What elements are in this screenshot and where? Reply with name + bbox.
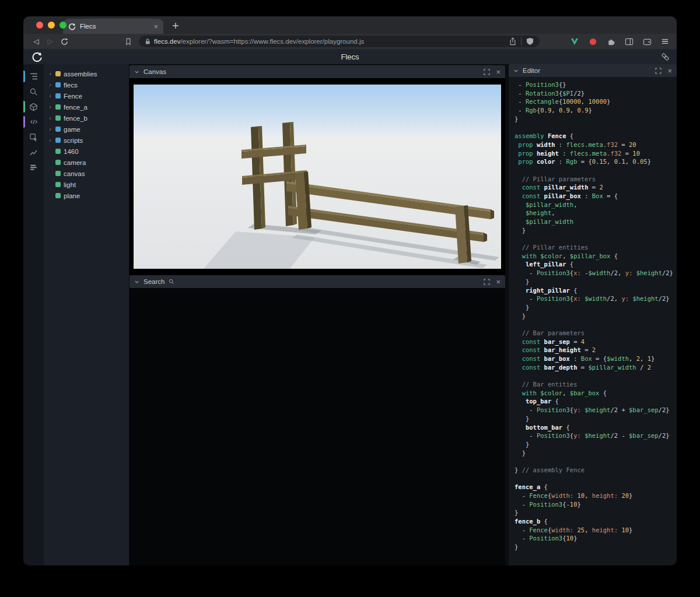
expand-chevron-icon[interactable]: › (48, 82, 52, 88)
menu-button[interactable] (659, 36, 671, 47)
search-panel-header[interactable]: Search × (130, 275, 505, 288)
expand-chevron-icon[interactable]: › (48, 93, 52, 99)
tree-item[interactable]: ›Fence (44, 90, 129, 101)
code-line: const bar_depth = $pillar_width / 2 (514, 363, 677, 372)
entity-label: canvas (64, 170, 85, 177)
tab-title: Flecs (80, 23, 149, 30)
expand-chevron-icon[interactable]: › (48, 104, 52, 110)
tree-item[interactable]: ›scripts (44, 135, 129, 146)
tab-close-icon[interactable]: × (153, 23, 158, 30)
entity-kind-square (55, 149, 61, 154)
code-line: $height, (514, 209, 677, 217)
record-extension-button[interactable] (587, 36, 598, 47)
url-domain: flecs.dev (154, 38, 180, 45)
code-line: prop height : flecs.meta.f32 = 10 (514, 149, 677, 158)
active-panel-indicator (23, 116, 25, 128)
entity-kind-square (55, 160, 61, 165)
wallet-icon (643, 38, 652, 45)
share-icon[interactable] (509, 37, 516, 45)
tree-item[interactable]: ›assemblies (44, 68, 129, 79)
entity-label: Fence (64, 93, 82, 100)
expand-chevron-icon[interactable]: › (48, 137, 52, 143)
editor-panel-header[interactable]: Editor × (509, 64, 677, 77)
browser-tab[interactable]: Flecs × (63, 19, 163, 34)
extension-row (569, 36, 671, 47)
active-panel-indicator (23, 71, 25, 82)
code-line: } (514, 312, 677, 321)
expand-chevron-icon[interactable]: › (48, 115, 52, 121)
chevron-down-icon (134, 69, 139, 75)
inspect-panel-button[interactable] (23, 129, 44, 145)
editor-panel-title: Editor (523, 67, 540, 74)
code-line: } (514, 415, 677, 423)
wallet-button[interactable] (641, 36, 653, 47)
search-panel-button[interactable] (23, 84, 44, 99)
canvas-panel-header[interactable]: Canvas × (130, 65, 505, 78)
tree-item[interactable]: ›fence_b (44, 113, 129, 124)
tree-item[interactable]: ›fence_a (44, 101, 129, 113)
canvas-3d-scene[interactable] (134, 85, 501, 269)
fullscreen-icon[interactable] (484, 69, 490, 75)
search-results-area[interactable] (130, 288, 505, 566)
editor-code[interactable]: - Position3{} - Rotation3{$PI/2} - Recta… (509, 77, 677, 566)
share-link-button[interactable] (661, 52, 670, 61)
sidebar-button[interactable] (623, 36, 635, 47)
vue-extension-button[interactable] (569, 36, 580, 47)
code-line (514, 234, 677, 243)
code-line: - Fence{width: 10, height: 20} (514, 491, 677, 500)
bookmark-button[interactable] (121, 35, 135, 48)
entity-tree-panel-button[interactable] (23, 69, 44, 84)
code-line: const pillar_box : Box = { (514, 192, 677, 201)
zoom-window-button[interactable] (60, 22, 66, 29)
tree-item[interactable]: ›flecs (44, 79, 129, 90)
code-line: prop color : Rgb = {0.15, 0.1, 0.05} (514, 157, 677, 166)
address-bar[interactable]: flecs.dev/explorer/?wasm=https://www.fle… (139, 36, 540, 47)
canvas-panel-button[interactable] (23, 99, 44, 114)
entity-kind-square (55, 171, 61, 176)
tree-item[interactable]: camera (44, 157, 129, 168)
app-body: ›assemblies›flecs›Fence›fence_a›fence_b›… (23, 64, 677, 566)
tree-item[interactable]: 1460 (44, 146, 129, 157)
code-line (514, 166, 677, 175)
browser-toolbar: ◁ ▷ flecs.dev/explorer/?wasm=https://www… (23, 34, 677, 49)
code-line: // Bar parameters (514, 329, 677, 338)
flecs-logo-icon (32, 51, 43, 62)
forward-button[interactable]: ▷ (43, 35, 57, 48)
close-window-button[interactable] (36, 22, 43, 29)
entity-label: fence_a (64, 104, 88, 111)
expand-chevron-icon[interactable]: › (48, 71, 52, 77)
tree-item[interactable]: canvas (44, 168, 129, 179)
editor-panel-button[interactable] (23, 114, 44, 129)
entity-label: plane (64, 192, 80, 199)
code-icon (29, 118, 38, 126)
close-icon[interactable]: × (496, 68, 501, 76)
url-path: /explorer/?wasm=https://www.flecs.dev/ex… (180, 38, 364, 45)
code-line: - Position3{} (514, 80, 677, 89)
flecs-favicon-icon (68, 23, 76, 30)
entity-label: scripts (64, 137, 83, 144)
new-tab-button[interactable] (168, 18, 183, 33)
chart-panel-button[interactable] (23, 145, 44, 160)
tree-item[interactable]: light (44, 179, 129, 190)
shield-icon[interactable] (526, 37, 534, 45)
app-header: Flecs (23, 49, 677, 64)
entity-tree-icon (29, 72, 38, 81)
minimize-window-button[interactable] (48, 22, 55, 29)
code-line: top_bar { (514, 397, 677, 406)
reload-button[interactable] (57, 35, 71, 48)
fullscreen-icon[interactable] (655, 68, 662, 74)
code-line: const bar_sep = 4 (514, 338, 677, 346)
chart-icon (29, 148, 38, 157)
extensions-button[interactable] (605, 36, 617, 47)
tree-item[interactable]: ›game (44, 124, 129, 135)
fullscreen-icon[interactable] (484, 279, 490, 285)
back-button[interactable]: ◁ (29, 35, 43, 48)
close-icon[interactable]: × (667, 67, 672, 75)
tab-strip: Flecs × (23, 16, 677, 34)
expand-chevron-icon[interactable]: › (48, 126, 52, 132)
reload-icon (61, 38, 68, 45)
close-icon[interactable]: × (496, 278, 501, 286)
tree-item[interactable]: plane (44, 190, 129, 201)
shield-wrap (521, 37, 534, 45)
stats-panel-button[interactable] (23, 160, 44, 175)
